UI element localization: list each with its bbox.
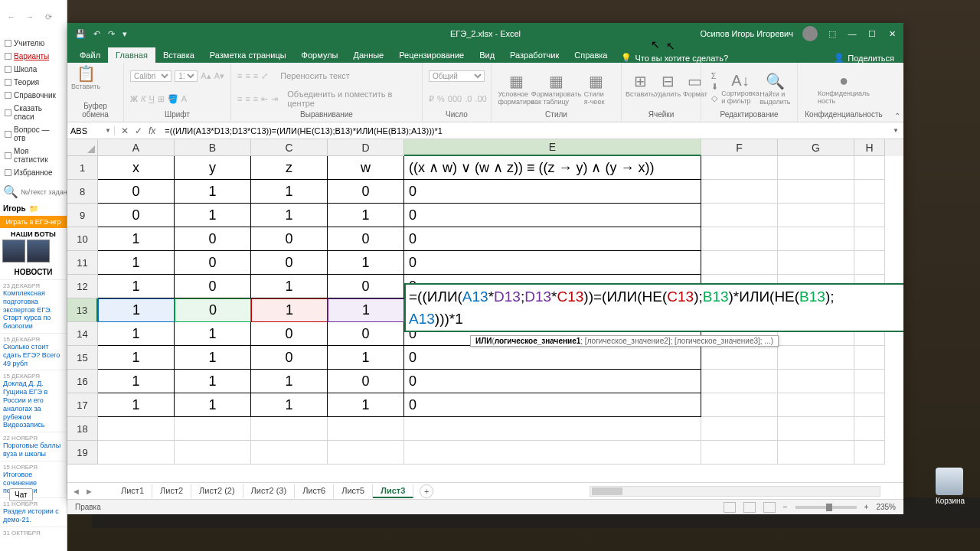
cell[interactable]: [778, 180, 854, 204]
back-icon[interactable]: ←: [5, 10, 18, 24]
zoom-in-icon[interactable]: +: [864, 503, 869, 511]
sheet-tab[interactable]: Лист2: [152, 484, 191, 498]
merge-button[interactable]: Объединить и поместить в центре: [287, 90, 416, 108]
cell[interactable]: [98, 417, 175, 441]
cell[interactable]: [701, 370, 778, 393]
row-header[interactable]: 10: [67, 227, 98, 251]
clear-icon[interactable]: ◇: [711, 93, 718, 103]
cell[interactable]: 1: [328, 251, 404, 275]
italic-icon[interactable]: К: [141, 94, 145, 103]
align-right-icon[interactable]: ≡: [253, 94, 258, 103]
cell[interactable]: 1: [328, 393, 404, 417]
border-icon[interactable]: ⊞: [158, 94, 165, 104]
numfmt-combo[interactable]: Общий: [429, 70, 485, 82]
row-header[interactable]: 14: [67, 322, 98, 346]
cell[interactable]: 0: [251, 346, 328, 370]
zoom-level[interactable]: 235%: [876, 503, 896, 511]
cell[interactable]: [701, 156, 778, 180]
cell[interactable]: [854, 156, 885, 180]
h-scrollbar[interactable]: [590, 486, 880, 497]
cell[interactable]: [778, 441, 854, 465]
cell[interactable]: 1: [175, 346, 251, 370]
cell[interactable]: [404, 417, 701, 441]
cell[interactable]: y: [175, 156, 251, 180]
play-button[interactable]: Играть в ЕГЭ-игр: [0, 216, 67, 228]
cell[interactable]: 1: [98, 322, 175, 346]
cell[interactable]: 1: [175, 370, 251, 393]
cell[interactable]: 1: [251, 204, 328, 227]
delete-button[interactable]: ⊟Удалить: [655, 72, 680, 103]
font-color-icon[interactable]: A: [181, 94, 187, 103]
cell[interactable]: 0: [404, 346, 701, 370]
cell[interactable]: [854, 441, 885, 465]
row-header[interactable]: 12: [67, 275, 98, 298]
cell[interactable]: [701, 227, 778, 251]
cell[interactable]: 0: [328, 370, 404, 393]
cell[interactable]: [701, 204, 778, 227]
ribbon-tab[interactable]: Вид: [472, 47, 502, 63]
cell[interactable]: [778, 417, 854, 441]
grid[interactable]: A B C D E F G H 1xyzw((x ∧ w) ∨ (w ∧ z))…: [67, 139, 903, 482]
avatar[interactable]: [27, 240, 50, 262]
row-header[interactable]: 17: [67, 393, 98, 417]
cell[interactable]: 0: [251, 322, 328, 346]
sort-filter-button[interactable]: A↓Сортировка и фильтр: [728, 72, 753, 103]
comma-icon[interactable]: 000: [448, 94, 462, 103]
sidebar-item[interactable]: Школа: [2, 63, 65, 76]
close-icon[interactable]: ✕: [887, 29, 897, 39]
percent-icon[interactable]: %: [437, 94, 445, 103]
avatar[interactable]: [2, 240, 25, 262]
zoom-slider[interactable]: [795, 506, 857, 509]
sum-icon[interactable]: Σ: [711, 71, 718, 80]
cell[interactable]: 0: [328, 275, 404, 298]
sidebar-item[interactable]: Учителю: [2, 37, 65, 50]
cell[interactable]: [175, 441, 251, 465]
sheet-tab[interactable]: Лист2 (3): [243, 484, 296, 498]
font-combo[interactable]: Calibri: [130, 70, 172, 82]
maximize-icon[interactable]: ☐: [867, 29, 877, 39]
cell[interactable]: [701, 441, 778, 465]
cell[interactable]: 0: [404, 393, 701, 417]
row-header[interactable]: 16: [67, 370, 98, 393]
row-header[interactable]: 11: [67, 251, 98, 275]
view-normal-icon[interactable]: [724, 502, 736, 513]
cell[interactable]: [701, 251, 778, 275]
size-combo[interactable]: 11: [175, 70, 198, 82]
cell[interactable]: [778, 204, 854, 227]
ribbon-tab[interactable]: Файл: [72, 47, 108, 63]
redo-icon[interactable]: ↷: [108, 29, 115, 39]
cell[interactable]: 1: [98, 393, 175, 417]
cell[interactable]: 1: [251, 393, 328, 417]
cell[interactable]: [251, 441, 328, 465]
bold-icon[interactable]: Ж: [130, 94, 138, 103]
ribbon-tab[interactable]: Рецензирование: [391, 47, 472, 63]
name-box[interactable]: ABS▼: [67, 126, 115, 135]
user-avatar[interactable]: [802, 26, 818, 41]
cell[interactable]: [778, 393, 854, 417]
news-item[interactable]: 22 НОЯБРЯПороговые баллы вуза и школы: [0, 432, 67, 461]
cell[interactable]: ((x ∧ w) ∨ (w ∧ z)) ≡ ((z → y) ∧ (y → x)…: [404, 156, 701, 180]
dec-inc-icon[interactable]: .0: [465, 94, 472, 103]
align-mid-icon[interactable]: ≡: [245, 71, 250, 80]
cell[interactable]: [701, 180, 778, 204]
sidebar-item[interactable]: Вопрос — отв: [2, 123, 65, 145]
cell[interactable]: 0: [251, 227, 328, 251]
sheet-next-icon[interactable]: ►: [85, 487, 93, 496]
dec-dec-icon[interactable]: .00: [475, 94, 486, 103]
cell[interactable]: [701, 417, 778, 441]
save-icon[interactable]: 💾: [75, 29, 86, 39]
row-header[interactable]: 18: [67, 417, 98, 441]
col-header[interactable]: F: [701, 139, 778, 156]
col-header[interactable]: G: [778, 139, 854, 156]
ribbon-tab[interactable]: Справка: [567, 47, 615, 63]
cell[interactable]: [778, 370, 854, 393]
sidebar-item[interactable]: Моя статистик: [2, 145, 65, 166]
cell-editor[interactable]: =((ИЛИ(A13*D13;D13*C13))=(ИЛИ(НЕ(C13);B1…: [404, 283, 903, 332]
cell[interactable]: [854, 251, 885, 275]
align-center-icon[interactable]: ≡: [245, 94, 250, 103]
col-header[interactable]: D: [328, 139, 404, 156]
add-sheet-button[interactable]: +: [420, 484, 433, 498]
cell[interactable]: w: [328, 156, 404, 180]
cell[interactable]: 0: [175, 275, 251, 298]
news-item[interactable]: 11 НОЯБРЯРаздел истории с демо-21.: [0, 497, 67, 527]
